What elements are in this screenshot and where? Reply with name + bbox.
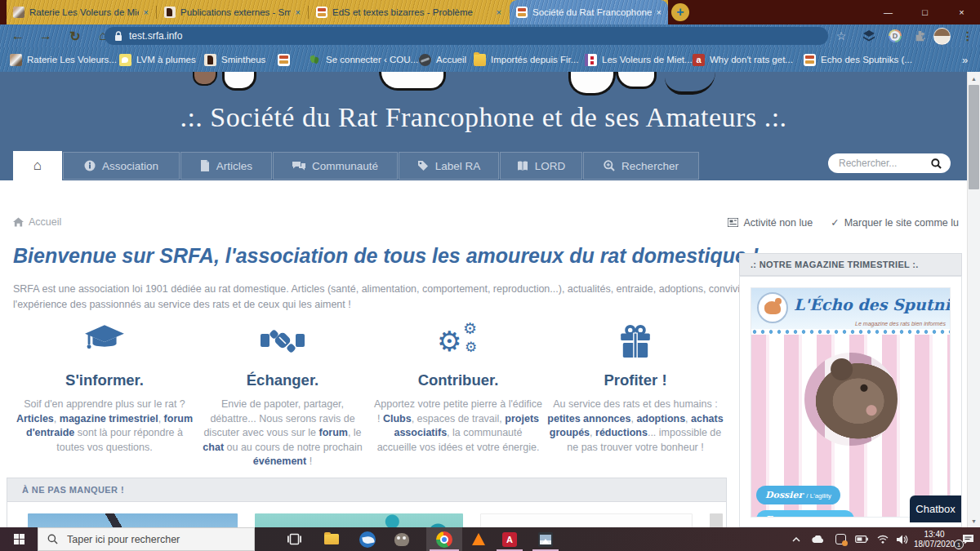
letter-a-icon: a — [693, 54, 705, 66]
back-icon[interactable]: ← — [8, 27, 28, 45]
thumbnail-image[interactable] — [480, 513, 693, 527]
windows-logo-icon — [14, 534, 24, 544]
nav-item-communaute[interactable]: Communauté — [273, 152, 398, 180]
taskbar-search-input[interactable] — [65, 533, 245, 546]
onedrive-cloud-icon[interactable] — [808, 527, 826, 551]
thunderbird-icon[interactable] — [351, 527, 384, 551]
inline-link[interactable]: petites annonces — [547, 413, 630, 424]
bookmark-item[interactable]: Echo des Sputniks (... — [804, 47, 912, 72]
maximize-button[interactable]: □ — [906, 0, 943, 24]
task-view-button[interactable] — [278, 527, 310, 551]
clock[interactable]: 13:40 18/07/2020 — [911, 530, 957, 549]
inline-link[interactable]: adoptions — [636, 413, 685, 424]
bookmark-item[interactable]: a Why don't rats get... — [693, 47, 793, 72]
bookmark-item[interactable] — [278, 47, 295, 72]
layers-extension-icon[interactable] — [860, 28, 878, 44]
minimize-button[interactable]: — — [870, 0, 906, 24]
bookmarks-overflow-chevron[interactable]: » — [962, 47, 968, 72]
nav-home-tab[interactable]: ⌂ — [13, 151, 62, 180]
scroll-up-arrow[interactable]: ▲ — [968, 73, 980, 84]
tab-title: EdS et textes bizarres - Problème — [332, 7, 492, 17]
bookmark-item[interactable]: Se connecter ‹ COU... — [309, 47, 418, 72]
file-explorer-icon[interactable] — [315, 527, 348, 551]
wifi-icon[interactable] — [874, 527, 892, 551]
tab-close-icon[interactable]: × — [296, 7, 301, 17]
inline-link[interactable]: événement — [253, 455, 306, 467]
vlc-icon[interactable] — [462, 527, 495, 551]
tab-title: Raterie Les Voleurs de Miettes — [29, 7, 139, 17]
inline-link[interactable]: Articles — [16, 413, 54, 424]
reload-icon[interactable]: ↻ — [65, 27, 85, 45]
bookmark-item[interactable]: Accueil — [419, 47, 466, 72]
browser-tab-2[interactable]: Publications externes - Smintheu × — [158, 0, 307, 24]
feature-title: Échanger. — [203, 371, 363, 389]
d-extension-icon[interactable]: D — [886, 28, 904, 44]
page-scrollbar[interactable]: ▲ ▼ — [967, 72, 980, 527]
thumbnail-image[interactable] — [28, 513, 238, 527]
bookmark-item[interactable]: LVM à plumes — [119, 47, 196, 72]
bookmark-item[interactable]: Les Voleurs de Miet... — [585, 47, 693, 72]
sidebar-magazine-header: .: NOTRE MAGAZINE TRIMESTRIEL :. — [739, 253, 962, 276]
battery-icon[interactable] — [853, 527, 871, 551]
forward-icon[interactable]: → — [36, 27, 56, 45]
bookmark-item[interactable]: Importés depuis Fir... — [474, 47, 578, 72]
profile-avatar[interactable] — [933, 28, 951, 44]
bookmark-item[interactable]: Raterie Les Voleurs... — [10, 47, 117, 72]
page-content: Accueil Activité non lue ✓ Marquer le si… — [0, 180, 967, 527]
breadcrumb[interactable]: Accueil — [13, 216, 61, 228]
start-button[interactable] — [0, 527, 38, 551]
app-notification-icon[interactable] — [831, 527, 849, 551]
browser-tab-active[interactable]: Société du Rat Francophone et d × — [510, 0, 668, 24]
unread-activity-link[interactable]: Activité non lue — [728, 217, 813, 229]
tab-close-icon[interactable]: × — [657, 7, 662, 17]
browser-menu-icon[interactable]: ⋮ — [959, 28, 977, 44]
puzzle-extension-icon[interactable] — [911, 28, 929, 44]
inline-link[interactable]: forum — [318, 427, 347, 438]
thumbnail-image[interactable] — [710, 513, 723, 527]
inline-link[interactable]: Clubs — [383, 413, 412, 424]
acrobat-icon[interactable]: A — [493, 527, 526, 551]
scrollbar-thumb[interactable] — [969, 85, 979, 189]
gimp-icon[interactable] — [385, 527, 418, 551]
nav-item-rechercher[interactable]: Rechercher — [583, 152, 699, 180]
tray-chevron-icon[interactable] — [789, 527, 804, 551]
inline-link[interactable]: chat — [203, 442, 224, 453]
browser-tab-1[interactable]: Raterie Les Voleurs de Miettes × — [7, 0, 155, 24]
plant-icon — [309, 54, 321, 66]
mark-site-read-link[interactable]: ✓ Marquer le site comme lu — [831, 216, 959, 229]
feature-contribuer: ⚙⚙⚙ Contribuer. Apportez votre petite pi… — [374, 321, 542, 455]
volume-icon[interactable] — [893, 527, 911, 551]
inline-link[interactable]: réductions — [595, 427, 648, 438]
tab-close-icon[interactable]: × — [497, 7, 501, 17]
tab-close-icon[interactable]: × — [144, 7, 149, 17]
welcome-heading: Bienvenue sur SRFA, l'association de tou… — [13, 244, 759, 268]
bookmark-item[interactable]: Smintheus — [204, 47, 265, 72]
inline-link[interactable]: magazine trimestriel — [60, 413, 158, 424]
address-bar[interactable]: test.srfa.info — [105, 27, 828, 45]
scroll-down-arrow[interactable]: ▼ — [968, 515, 980, 527]
browser-tab-3[interactable]: EdS et textes bizarres - Problème × — [310, 0, 508, 24]
nav-item-label-ra[interactable]: Label RA — [399, 152, 499, 180]
new-tab-button[interactable]: + — [671, 3, 689, 21]
thumbnail-image[interactable] — [255, 513, 463, 527]
nav-item-lord[interactable]: LORD — [500, 152, 582, 180]
rat-photo-icon — [10, 54, 22, 66]
chrome-icon[interactable] — [426, 527, 462, 551]
search-icon[interactable] — [931, 158, 942, 169]
tab-favicon-smintheus — [164, 7, 176, 18]
tab-strip: Raterie Les Voleurs de Miettes × Publica… — [7, 0, 668, 24]
magazine-cover[interactable]: L'Écho des Sputniks Le magazine des rats… — [751, 287, 951, 518]
chatbox-button[interactable]: Chatbox — [910, 495, 961, 522]
site-search-box[interactable] — [828, 153, 951, 173]
taskbar-search-box[interactable] — [38, 527, 255, 551]
bookmark-star-icon[interactable]: ☆ — [832, 28, 850, 44]
photos-icon[interactable] — [529, 527, 562, 551]
nav-item-association[interactable]: Association — [63, 152, 180, 180]
intro-paragraph: SRFA est une association loi 1901 dédiée… — [13, 282, 764, 313]
check-icon: ✓ — [831, 216, 839, 229]
close-button[interactable]: × — [943, 0, 980, 24]
nav-item-articles[interactable]: Articles — [180, 152, 272, 180]
site-search-input[interactable] — [837, 157, 926, 170]
feature-text: Envie de papoter, partager, débattre... … — [203, 398, 363, 469]
graduation-cap-icon — [11, 321, 198, 362]
